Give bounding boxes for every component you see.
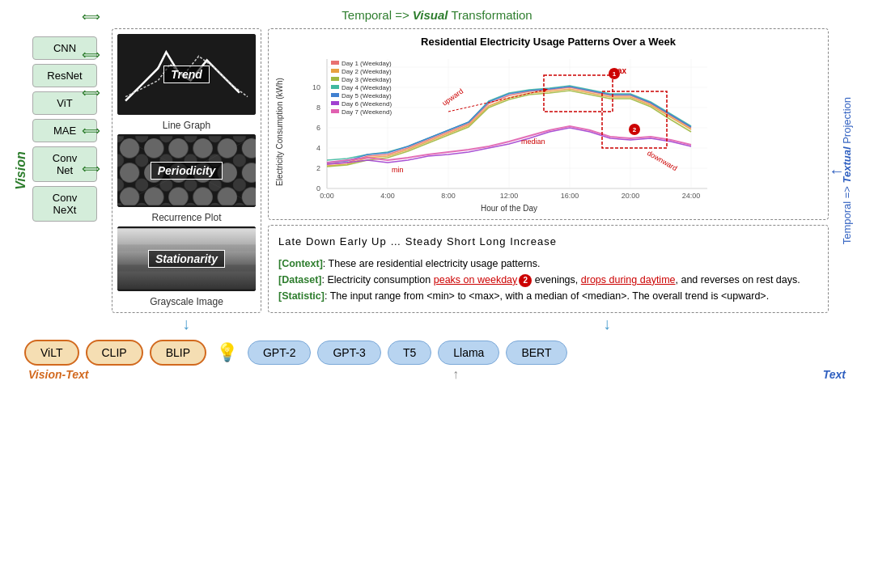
svg-text:8:00: 8:00 (441, 192, 456, 200)
statistic-line: [Statistic]: The input range from <min> … (278, 288, 818, 304)
up-arrow-section: ↑ (452, 367, 459, 382)
svg-rect-58 (331, 85, 339, 89)
svg-text:24:00: 24:00 (682, 192, 701, 200)
t5-pill[interactable]: T5 (388, 341, 431, 365)
svg-text:4:00: 4:00 (380, 192, 395, 200)
dataset-text1: : Electricity consumption (322, 274, 434, 286)
main-container: Temporal => Visual Transformation Vision… (16, 8, 858, 382)
context-line: [Context]: These are residential electri… (278, 256, 818, 272)
vision-text-section: Vision-Text (28, 368, 88, 381)
svg-rect-56 (331, 77, 339, 81)
dataset-peaks: peaks on weekday (434, 274, 518, 286)
svg-text:8: 8 (316, 104, 320, 112)
arrow-4: ⟺ (82, 85, 100, 100)
svg-text:Day 3 (Weekday): Day 3 (Weekday) (342, 76, 392, 83)
chart-y-label: Electricity Consumption (kWh) (275, 51, 286, 213)
vision-text-label: Vision-Text (28, 368, 88, 381)
svg-text:upward: upward (440, 87, 465, 108)
svg-text:6: 6 (316, 124, 320, 132)
bottom-bar: ViLT CLIP BLIP 💡 GPT-2 GPT-3 T5 Llama BE… (16, 340, 858, 366)
gpt3-pill[interactable]: GPT-3 (317, 341, 380, 365)
svg-text:Day 1 (Weekday): Day 1 (Weekday) (342, 60, 392, 67)
chart-box: Residential Electricity Usage Patterns O… (268, 28, 829, 220)
bottom-labels-row: Vision-Text ↑ Text (16, 366, 858, 382)
chart-title: Residential Electricity Usage Patterns O… (275, 36, 821, 48)
svg-rect-62 (331, 101, 339, 105)
dataset-drops: drops during daytime (581, 274, 676, 286)
temporal-label-text: Temporal => (841, 183, 853, 244)
down-arrow-2: ↓ (603, 315, 611, 333)
text-label: Text (823, 368, 846, 381)
statistic-text: : The input range from <min> to <max>, w… (325, 290, 769, 302)
title-visual: Visual (413, 8, 448, 22)
svg-text:2: 2 (633, 126, 637, 133)
arrow-6: ⟺ (82, 161, 100, 176)
svg-text:2: 2 (316, 164, 320, 172)
svg-text:Day 5 (Weekday): Day 5 (Weekday) (342, 92, 392, 99)
blip-pill[interactable]: BLIP (150, 340, 206, 366)
projection-label-text: Projection (841, 97, 853, 146)
arrow-3: ⟺ (82, 47, 100, 62)
vision-arrows: ⟺ ⟺ ⟺ ⟺ ⟺ ⟺ (82, 0, 100, 176)
text-box: Late Down Early Up … Steady Short Long I… (268, 225, 829, 313)
title-row: Temporal => Visual Transformation (16, 8, 858, 22)
stationary-label: Stationarity (148, 250, 225, 268)
clip-pill[interactable]: CLIP (86, 340, 143, 366)
left-arrow-icon: ← (829, 162, 845, 180)
svg-text:Hour of the Day: Hour of the Day (481, 204, 537, 213)
svg-text:12:00: 12:00 (500, 192, 519, 200)
arrow-2: ⟺ (82, 9, 100, 24)
recurrence-label: Recurrence Plot (117, 212, 256, 223)
svg-text:downward: downward (646, 149, 679, 172)
gpt2-pill[interactable]: GPT-2 (248, 341, 311, 365)
llama-pill[interactable]: Llama (438, 341, 499, 365)
visual-panel: Trend Line Graph (112, 28, 261, 313)
svg-text:1: 1 (613, 70, 617, 78)
chart-svg: 0 2 4 6 8 10 0:00 4:00 8:00 12:00 16:00 … (286, 51, 715, 213)
title-suffix: Transformation (448, 8, 532, 22)
context-text: : These are residential electricity usag… (323, 258, 541, 269)
gray-image: Stationarity (117, 226, 256, 291)
vision-panel: Vision CNN ResNet ViT MAE ConvNet ConvNe… (16, 28, 105, 313)
line-graph-label: Line Graph (117, 120, 256, 131)
model-convnext: ConvNeXt (32, 186, 97, 222)
svg-rect-52 (331, 61, 339, 65)
vilt-pill[interactable]: ViLT (24, 340, 79, 366)
svg-rect-64 (331, 109, 339, 113)
bottom-arrows-row: ↓ ↓ (16, 313, 858, 333)
vision-label: Vision (14, 151, 28, 189)
title-prefix: Temporal => (342, 8, 413, 22)
bert-pill[interactable]: BERT (506, 341, 566, 365)
bulb-icon: 💡 (216, 342, 238, 363)
dataset-text2: evenings, (532, 274, 580, 286)
word-row: Late Down Early Up … Steady Short Long I… (278, 234, 818, 251)
down-arrow-1: ↓ (182, 315, 190, 333)
chart-svg-wrap: Electricity Consumption (kWh) (275, 51, 821, 213)
svg-text:16:00: 16:00 (561, 192, 579, 200)
dataset-label: [Dataset] (278, 274, 322, 286)
svg-text:0:00: 0:00 (320, 192, 334, 200)
svg-text:Day 4 (Weekday): Day 4 (Weekday) (342, 84, 392, 91)
chart-text-col: Residential Electricity Usage Patterns O… (268, 28, 829, 313)
svg-rect-60 (331, 93, 339, 97)
grayscale-label: Grayscale Image (117, 296, 256, 307)
period-image: Periodicity (117, 134, 256, 207)
svg-text:20:00: 20:00 (622, 192, 640, 200)
svg-text:Day 7 (Weekend): Day 7 (Weekend) (342, 108, 392, 116)
trend-image: Trend (117, 34, 256, 115)
context-label: [Context] (278, 258, 323, 269)
svg-text:10: 10 (312, 83, 320, 91)
svg-rect-54 (331, 69, 339, 73)
svg-text:median: median (521, 137, 545, 146)
trend-label: Trend (163, 66, 210, 83)
svg-text:Day 6 (Weekend): Day 6 (Weekend) (342, 100, 392, 108)
svg-text:4: 4 (316, 144, 320, 152)
vilt-container: ViLT (24, 340, 79, 366)
dataset-line: [Dataset]: Electricity consumption peaks… (278, 272, 818, 288)
arrow-5: ⟺ (82, 123, 100, 138)
annotation-badge-2: 2 (519, 274, 532, 287)
right-label-col: Temporal => Textual Projection ← (835, 28, 858, 313)
statistic-label: [Statistic] (278, 290, 325, 302)
content-row: Vision CNN ResNet ViT MAE ConvNet ConvNe… (16, 28, 858, 313)
up-arrow-icon: ↑ (452, 367, 459, 382)
